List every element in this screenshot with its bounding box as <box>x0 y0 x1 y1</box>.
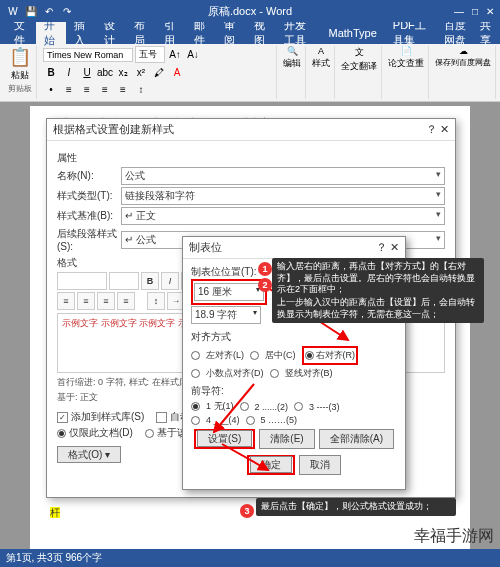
dialog-titlebar: 根据格式设置创建新样式 ？ ✕ <box>47 119 455 141</box>
ribbon-tabs: 文件 开始 插入 设计 布局 引用 邮件 审阅 视图 开发工具 MathType… <box>0 22 500 44</box>
type-label: 样式类型(T): <box>57 189 117 203</box>
baidu-label: 保存到百度网盘 <box>435 57 491 68</box>
dialog2-title: 制表位 <box>189 240 222 255</box>
clipboard-group: 📋 粘贴 剪贴板 <box>4 46 37 99</box>
callout-1: 输入居右的距离，再点击【对齐方式】的【右对齐】，最后点击设置。居右的字符也会自动… <box>272 258 484 299</box>
style-icon[interactable]: A <box>318 46 324 56</box>
fontsize-select[interactable]: 五号 <box>135 46 165 63</box>
trans-label: 全文翻译 <box>341 60 377 73</box>
fmt-linesp-icon[interactable]: ↕ <box>147 292 165 310</box>
minimize-icon[interactable]: — <box>454 6 464 17</box>
l3: 3 ----(3) <box>309 402 340 412</box>
status-bar: 第1页, 共3页 966个字 <box>0 549 500 567</box>
paper-group: 📄论文查重 <box>384 46 429 99</box>
share-button[interactable]: 共享 <box>480 18 494 48</box>
fmt-justify-icon[interactable]: ≡ <box>117 292 135 310</box>
numbering-icon[interactable]: ≡ <box>61 81 77 97</box>
pos-input-2[interactable]: 18.9 字符 <box>191 306 261 324</box>
style-label: 样式 <box>312 57 330 70</box>
clipboard-label: 剪贴板 <box>8 83 32 94</box>
cloud-icon[interactable]: ☁ <box>459 46 468 56</box>
find-icon[interactable]: 🔍 <box>287 46 298 56</box>
save-icon[interactable]: 💾 <box>24 4 38 18</box>
bold-icon[interactable]: B <box>43 64 59 80</box>
italic-icon[interactable]: I <box>61 64 77 80</box>
align-left-icon[interactable]: ≡ <box>79 81 95 97</box>
props-section: 属性 <box>57 151 445 165</box>
align-center-icon[interactable]: ≡ <box>97 81 113 97</box>
font-select[interactable]: Times New Roman <box>43 48 133 62</box>
align-left-radio[interactable] <box>191 351 200 360</box>
decrease-font-icon[interactable]: A↓ <box>185 47 201 63</box>
fmt-align-right-icon[interactable]: ≡ <box>97 292 115 310</box>
base-label: 样式基准(B): <box>57 209 117 223</box>
paste-button[interactable]: 📋 粘贴 <box>8 46 32 82</box>
fmt-bold-icon[interactable]: B <box>141 272 159 290</box>
pos-input-1[interactable]: 16 厘米 <box>194 283 264 301</box>
align-right-radio[interactable] <box>305 351 314 360</box>
dialog2-titlebar: 制表位 ？ ✕ <box>183 237 405 259</box>
add-to-gallery-checkbox[interactable]: ✓添加到样式库(S) <box>57 410 144 424</box>
bubble-3: 3 <box>240 504 254 518</box>
name-input[interactable]: 公式 <box>121 167 445 185</box>
watermark: 幸福手游网 <box>414 526 494 547</box>
sub-icon[interactable]: x₂ <box>115 64 131 80</box>
window-controls: — □ ✕ <box>454 6 494 17</box>
leader-label: 前导符: <box>191 384 397 398</box>
close-icon[interactable]: ✕ <box>486 6 494 17</box>
fmt-align-left-icon[interactable]: ≡ <box>57 292 75 310</box>
leader2-radio[interactable] <box>240 402 249 411</box>
word-icon: W <box>6 4 20 18</box>
bubble-2: 2 <box>258 278 272 292</box>
callout-2: 上一步输入汉中的距离点击【设置】后，会自动转换显示为制表位字符，无需在意这一点； <box>272 294 484 323</box>
base-select[interactable]: ↵ 正文 <box>121 207 445 225</box>
fmt-align-center-icon[interactable]: ≡ <box>77 292 95 310</box>
dialog2-close-icon[interactable]: ？ ✕ <box>376 240 399 255</box>
fmt-size[interactable] <box>109 272 139 290</box>
leader5-radio[interactable] <box>246 416 255 425</box>
sup-icon[interactable]: x² <box>133 64 149 80</box>
align-center-lbl: 居中(C) <box>265 349 296 362</box>
leader1-radio[interactable] <box>191 402 200 411</box>
dialog-title: 根据格式设置创建新样式 <box>53 122 174 137</box>
clear-button[interactable]: 清除(E) <box>259 429 314 449</box>
fmt-italic-icon[interactable]: I <box>161 272 179 290</box>
l2: 2 ......(2) <box>255 402 289 412</box>
maximize-icon[interactable]: □ <box>472 6 478 17</box>
increase-font-icon[interactable]: A↑ <box>167 47 183 63</box>
bubble-1: 1 <box>258 262 272 276</box>
this-doc-radio[interactable]: 仅限此文档(D) <box>57 426 133 440</box>
callout-3: 最后点击【确定】，则公式格式设置成功； <box>256 498 456 516</box>
cancel-button[interactable]: 取消 <box>299 455 341 475</box>
ok-button[interactable]: 确定 <box>250 456 292 473</box>
window-title: 原稿.docx - Word <box>208 4 292 19</box>
linespace-icon[interactable]: ↕ <box>133 81 149 97</box>
fontcolor-icon[interactable]: A <box>169 64 185 80</box>
fmt-font[interactable] <box>57 272 107 290</box>
type-select[interactable]: 链接段落和字符 <box>121 187 445 205</box>
leader3-radio[interactable] <box>294 402 303 411</box>
align-center-radio[interactable] <box>250 351 259 360</box>
l5: 5 ……(5) <box>261 415 298 425</box>
strike-icon[interactable]: abc <box>97 64 113 80</box>
highlight-icon[interactable]: 🖍 <box>151 64 167 80</box>
undo-icon[interactable]: ↶ <box>42 4 56 18</box>
redo-icon[interactable]: ↷ <box>60 4 74 18</box>
papercheck-icon[interactable]: 📄 <box>401 46 412 56</box>
set-button[interactable]: 设置(S) <box>197 430 252 447</box>
dialog-close-icon[interactable]: ？ ✕ <box>426 122 449 137</box>
title-bar: W 💾 ↶ ↷ 原稿.docx - Word — □ ✕ <box>0 0 500 22</box>
bullets-icon[interactable]: • <box>43 81 59 97</box>
tab-math[interactable]: MathType <box>321 25 385 41</box>
format-button[interactable]: 格式(O) ▾ <box>57 446 121 463</box>
align-dec-radio[interactable] <box>191 369 200 378</box>
align-left-lbl: 左对齐(L) <box>206 349 244 362</box>
leader4-radio[interactable] <box>191 416 200 425</box>
align-right-icon[interactable]: ≡ <box>115 81 131 97</box>
align-bar-radio[interactable] <box>270 369 279 378</box>
name-label: 名称(N): <box>57 169 117 183</box>
follow-label: 后续段落样式(S): <box>57 227 117 252</box>
underline-icon[interactable]: U <box>79 64 95 80</box>
translate-icon[interactable]: 文 <box>355 46 364 59</box>
clearall-button[interactable]: 全部清除(A) <box>319 429 394 449</box>
